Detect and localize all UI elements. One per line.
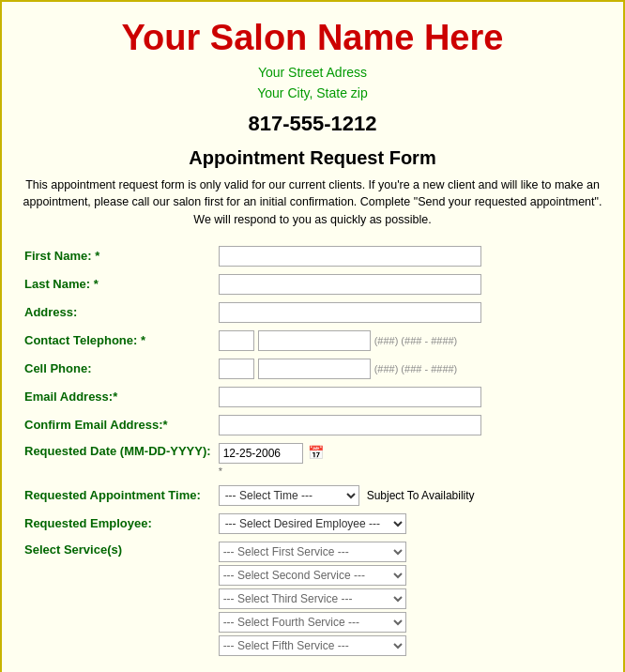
contact-tel-label: Contact Telephone: * — [21, 327, 215, 355]
contact-tel-row: Contact Telephone: * (###) (### - ####) — [21, 327, 604, 355]
service3-row: --- Select Third Service --- — [219, 588, 601, 609]
employee-select[interactable]: --- Select Desired Employee --- — [219, 513, 406, 534]
requested-employee-row: Requested Employee: --- Select Desired E… — [21, 510, 604, 538]
confirm-email-row: Confirm Email Address:* — [21, 411, 604, 439]
appointment-time-row: Requested Appointment Time: --- Select T… — [21, 481, 604, 510]
calendar-icon[interactable]: 📅 — [308, 445, 324, 460]
address-row: Address: — [21, 298, 604, 327]
cell-phone-number[interactable] — [258, 359, 371, 379]
time-row: --- Select Time --- Subject To Availabil… — [219, 485, 601, 506]
cell-phone-label: Cell Phone: — [21, 355, 215, 383]
appointment-time-label: Requested Appointment Time: — [21, 481, 215, 510]
last-name-row: Last Name: * — [21, 270, 604, 298]
first-name-label: First Name: * — [21, 242, 215, 270]
requested-date-label: Requested Date (MM-DD-YYYY): — [21, 439, 215, 481]
contact-tel-number[interactable] — [258, 330, 371, 351]
date-input[interactable] — [219, 443, 303, 464]
page-wrapper: Your Salon Name Here Your Street Adress … — [0, 0, 625, 672]
first-name-input[interactable] — [219, 246, 481, 267]
confirm-email-input[interactable] — [219, 415, 481, 435]
appointment-form: First Name: * Last Name: * Address: — [21, 242, 604, 663]
service3-select[interactable]: --- Select Third Service --- — [219, 588, 406, 609]
contact-tel-format: (###) (### - ####) — [374, 335, 458, 346]
last-name-input[interactable] — [219, 274, 481, 295]
form-description: This appointment request form is only va… — [21, 176, 604, 229]
confirm-email-label: Confirm Email Address:* — [21, 411, 215, 439]
availability-text: Subject To Availability — [367, 489, 475, 502]
salon-phone: 817-555-1212 — [21, 112, 604, 136]
service4-row: --- Select Fourth Service --- — [219, 612, 601, 633]
requested-employee-label: Requested Employee: — [21, 510, 215, 538]
requested-date-row: Requested Date (MM-DD-YYYY): 📅 * — [21, 439, 604, 481]
salon-title: Your Salon Name Here — [21, 19, 604, 58]
service2-row: --- Select Second Service --- — [219, 565, 601, 586]
email-input[interactable] — [219, 387, 481, 407]
last-name-label: Last Name: * — [21, 270, 215, 298]
address-label: Address: — [21, 298, 215, 327]
form-title: Appointment Request Form — [21, 147, 604, 169]
address-input[interactable] — [219, 302, 481, 323]
salon-address-line1: Your Street Adress — [21, 62, 604, 83]
salon-address-line2: Your City, State zip — [21, 83, 604, 103]
select-services-row: Select Service(s) --- Select First Servi… — [21, 538, 604, 663]
contact-tel-area: (###) (### - ####) — [219, 330, 601, 351]
cell-phone-area: (###) (### - ####) — [219, 359, 601, 379]
cell-phone-row: Cell Phone: (###) (### - ####) — [21, 355, 604, 383]
first-name-row: First Name: * — [21, 242, 604, 270]
email-row: Email Address:* — [21, 383, 604, 411]
service2-select[interactable]: --- Select Second Service --- — [219, 565, 406, 586]
service4-select[interactable]: --- Select Fourth Service --- — [219, 612, 406, 633]
select-services-label: Select Service(s) — [21, 538, 215, 663]
email-label: Email Address:* — [21, 383, 215, 411]
time-select[interactable]: --- Select Time --- — [219, 485, 359, 506]
service5-select[interactable]: --- Select Fifth Service --- — [219, 635, 406, 656]
service1-row: --- Select First Service --- — [219, 542, 601, 562]
date-asterisk: * — [219, 466, 222, 477]
salon-address: Your Street Adress Your City, State zip — [21, 62, 604, 104]
cell-phone-format: (###) (### - ####) — [374, 363, 458, 374]
cell-phone-area-code[interactable] — [219, 359, 254, 379]
service5-row: --- Select Fifth Service --- — [219, 635, 601, 656]
contact-tel-area-code[interactable] — [219, 330, 254, 351]
service1-select[interactable]: --- Select First Service --- — [219, 542, 406, 562]
